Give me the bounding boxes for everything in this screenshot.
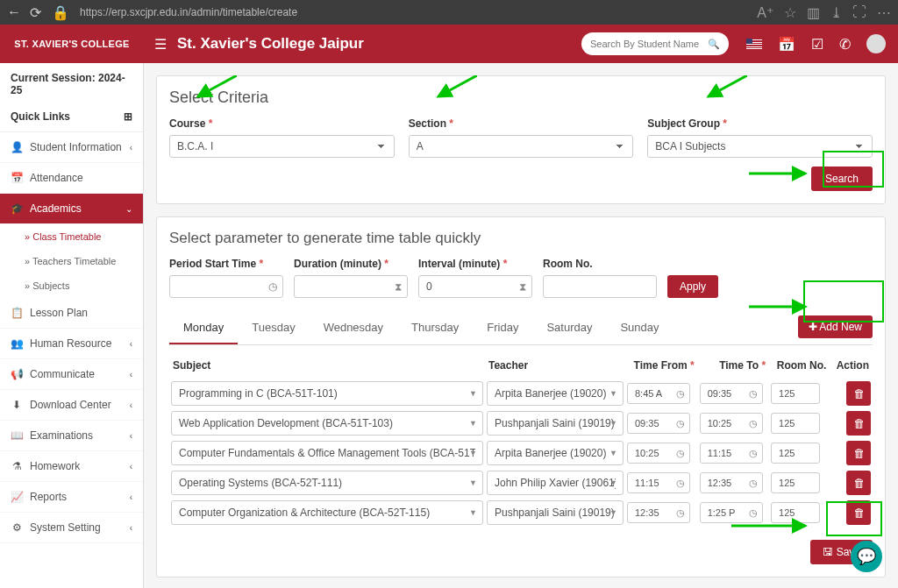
- add-new-button[interactable]: ✚ Add New: [798, 315, 873, 338]
- avatar[interactable]: [866, 34, 886, 53]
- interval-input[interactable]: [418, 275, 532, 298]
- browser-bar: ← ⟳ 🔒 https://erp.sxcjpr.edu.in/admin/ti…: [0, 0, 898, 25]
- sidebar-sub-class-timetable[interactable]: » Class Timetable: [0, 224, 143, 249]
- subject-group-select[interactable]: BCA I Subjects: [647, 135, 873, 158]
- check-icon[interactable]: ☑: [811, 36, 823, 53]
- room-input[interactable]: [771, 502, 820, 523]
- tab-thursday[interactable]: Thursday: [397, 312, 473, 344]
- teacher-select[interactable]: [487, 441, 624, 465]
- section-label: Section *: [409, 117, 634, 130]
- sidebar: Current Session: 2024-25 Quick Links ⊞ 👤…: [0, 63, 144, 588]
- logo[interactable]: ST. XAVIER'S COLLEGE: [0, 25, 144, 63]
- clock-icon: ◷: [676, 448, 685, 459]
- day-tabs: Monday Tuesday Wednesday Thursday Friday…: [169, 312, 873, 345]
- star-icon[interactable]: ☆: [784, 4, 796, 21]
- th-teacher: Teacher: [485, 352, 625, 379]
- teacher-select[interactable]: [487, 411, 624, 436]
- sidebar-item-system-setting[interactable]: ⚙ System Setting ‹: [0, 513, 143, 543]
- quick-title: Select parameter to generate time table …: [169, 230, 873, 247]
- th-room: Room No.: [769, 352, 830, 379]
- hamburger-icon[interactable]: ☰: [144, 36, 177, 53]
- room-input[interactable]: [771, 413, 820, 434]
- screenshot-icon[interactable]: ⛶: [852, 4, 866, 21]
- download-icon: ⬇: [11, 399, 23, 411]
- teacher-select[interactable]: [487, 500, 624, 525]
- chevron-left-icon: ‹: [130, 400, 132, 410]
- sidebar-item-reports[interactable]: 📈 Reports ‹: [0, 482, 143, 513]
- subject-select[interactable]: [171, 381, 483, 406]
- table-row: ▼ ▼ ◷ ◷ 🗑: [169, 408, 873, 438]
- room-input[interactable]: [771, 472, 820, 493]
- clock-icon: ◷: [749, 418, 758, 429]
- duration-input[interactable]: [294, 275, 408, 298]
- section-select[interactable]: A: [409, 135, 634, 158]
- tab-wednesday[interactable]: Wednesday: [310, 312, 397, 344]
- delete-button[interactable]: 🗑: [846, 500, 871, 525]
- period-input[interactable]: [169, 275, 283, 298]
- sidebar-sub-subjects[interactable]: » Subjects: [0, 273, 143, 298]
- delete-button[interactable]: 🗑: [846, 381, 871, 406]
- search-placeholder: Search By Student Name: [590, 39, 708, 49]
- course-select[interactable]: B.C.A. I: [169, 135, 395, 158]
- tab-friday[interactable]: Friday: [473, 312, 532, 344]
- library-icon[interactable]: ▥: [807, 4, 820, 21]
- more-icon[interactable]: ⋯: [877, 4, 891, 21]
- download-icon[interactable]: ⤓: [830, 4, 842, 21]
- refresh-icon[interactable]: ⟳: [30, 4, 41, 21]
- grid-icon[interactable]: ⊞: [124, 110, 132, 123]
- chevron-left-icon: ‹: [130, 492, 132, 502]
- people-icon: 👥: [11, 337, 23, 350]
- apply-button[interactable]: Apply: [667, 275, 718, 298]
- room-input[interactable]: [771, 383, 820, 404]
- url-text: https://erp.sxcjpr.edu.in/admin/timetabl…: [80, 6, 297, 18]
- sidebar-item-communicate[interactable]: 📢 Communicate ‹: [0, 359, 143, 390]
- tab-saturday[interactable]: Saturday: [532, 312, 606, 344]
- sidebar-sub-teachers-timetable[interactable]: » Teachers Timetable: [0, 249, 143, 273]
- sidebar-item-lesson-plan[interactable]: 📋 Lesson Plan: [0, 298, 143, 329]
- sidebar-item-student-info[interactable]: 👤 Student Information ‹: [0, 132, 143, 163]
- search-button[interactable]: Search: [811, 166, 873, 191]
- sidebar-item-attendance[interactable]: 📅 Attendance: [0, 163, 143, 194]
- clock-icon: ◷: [676, 388, 685, 400]
- whatsapp-icon[interactable]: ✆: [839, 36, 851, 53]
- tab-tuesday[interactable]: Tuesday: [238, 312, 309, 344]
- sidebar-item-examinations[interactable]: 📖 Examinations ‹: [0, 421, 143, 451]
- calendar-icon[interactable]: 📅: [778, 36, 795, 53]
- subject-group-label: Subject Group *: [647, 117, 873, 130]
- chat-fab[interactable]: 💬: [851, 541, 882, 572]
- book-icon: 📖: [11, 429, 23, 442]
- delete-button[interactable]: 🗑: [846, 471, 871, 495]
- clock-icon: ◷: [268, 280, 277, 293]
- subject-select[interactable]: [171, 500, 483, 525]
- sidebar-item-homework[interactable]: ⚗ Homework ‹: [0, 451, 143, 482]
- flag-icon[interactable]: [746, 39, 762, 49]
- table-row: ▼ ▼ ◷ ◷ 🗑: [169, 498, 873, 528]
- tab-monday[interactable]: Monday: [169, 312, 238, 344]
- subject-select[interactable]: [171, 411, 483, 436]
- delete-button[interactable]: 🗑: [846, 441, 871, 465]
- table-row: ▼ ▼ ◷ ◷ 🗑: [169, 438, 873, 468]
- tab-sunday[interactable]: Sunday: [606, 312, 673, 344]
- student-search[interactable]: Search By Student Name 🔍: [581, 32, 729, 55]
- room-input[interactable]: [543, 275, 657, 298]
- sidebar-item-download-center[interactable]: ⬇ Download Center ‹: [0, 390, 143, 421]
- chevron-left-icon: ‹: [130, 339, 132, 349]
- teacher-select[interactable]: [487, 381, 624, 406]
- sidebar-item-label: Homework: [30, 460, 80, 472]
- sidebar-item-academics[interactable]: 🎓 Academics ⌄: [0, 194, 143, 224]
- room-input[interactable]: [771, 443, 820, 464]
- text-size-icon[interactable]: A⁺: [757, 4, 773, 21]
- quick-links[interactable]: Quick Links ⊞: [0, 105, 143, 132]
- clock-icon: ◷: [749, 478, 758, 489]
- subject-select[interactable]: [171, 471, 483, 495]
- search-icon[interactable]: 🔍: [708, 39, 720, 50]
- sidebar-item-label: Human Resource: [30, 337, 111, 350]
- teacher-select[interactable]: [487, 471, 624, 495]
- back-icon[interactable]: ←: [7, 4, 21, 21]
- clock-icon: ◷: [676, 507, 685, 519]
- url-bar[interactable]: https://erp.sxcjpr.edu.in/admin/timetabl…: [80, 6, 746, 18]
- period-label: Period Start Time *: [169, 258, 283, 270]
- delete-button[interactable]: 🗑: [846, 411, 871, 436]
- subject-select[interactable]: [171, 441, 483, 465]
- sidebar-item-human-resource[interactable]: 👥 Human Resource ‹: [0, 329, 143, 359]
